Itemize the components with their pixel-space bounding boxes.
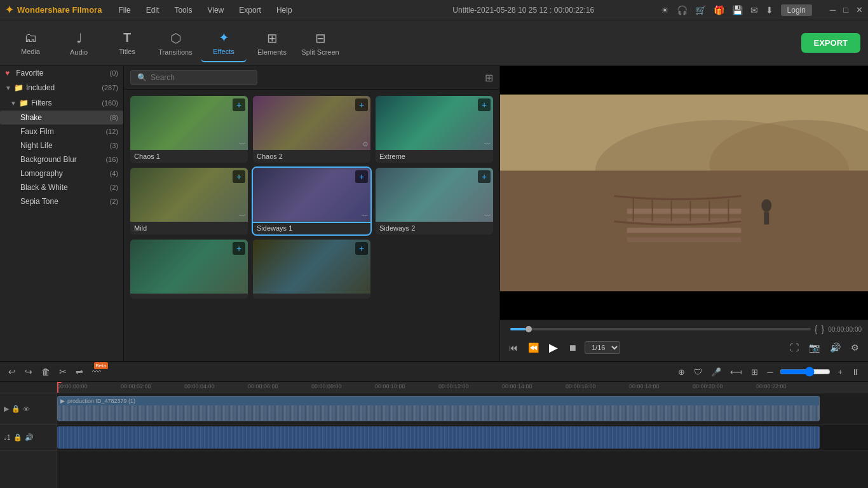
headphones-icon[interactable]: 🎧 — [677, 5, 688, 15]
progress-bar[interactable] — [510, 328, 811, 330]
minimize-button[interactable]: ─ — [830, 5, 836, 15]
effect-chaos2[interactable]: + ⊙ Chaos 2 — [253, 96, 370, 163]
video-lock-icon[interactable]: 🔒 — [11, 405, 20, 413]
favorite-row[interactable]: ♥ Favorite (0) — [0, 66, 123, 80]
voice-button[interactable]: 🎤 — [709, 365, 723, 379]
delete-button[interactable]: 🗑 — [39, 365, 52, 379]
favorite-count: (0) — [110, 69, 118, 77]
search-box[interactable]: 🔍 — [130, 70, 257, 85]
download-icon[interactable]: ⬇ — [766, 5, 773, 15]
right-preview: { } 00:00:00:00 ⏮ ⏪ ▶ ⏹ 1/16 ⛶ 📷 🔊 ⚙ — [499, 66, 868, 361]
sun-icon[interactable]: ☀ — [661, 5, 669, 15]
elements-icon: ⊞ — [267, 30, 278, 46]
mail-icon[interactable]: ✉ — [750, 5, 758, 15]
tab-elements[interactable]: ⊞ Elements — [249, 24, 295, 62]
preview-progress-bar: { } 00:00:00:00 — [506, 324, 862, 334]
redo-button[interactable]: ↪ — [23, 365, 34, 379]
tab-transitions[interactable]: ⬡ Transitions — [153, 24, 198, 62]
effect-item7[interactable]: + — [130, 240, 248, 299]
zoom-slider[interactable] — [780, 367, 831, 377]
cart-icon[interactable]: 🛒 — [695, 5, 706, 15]
gift-icon[interactable]: 🎁 — [714, 5, 724, 15]
tab-titles[interactable]: T Titles — [104, 24, 150, 62]
fullscreen-button[interactable]: ⛶ — [787, 340, 801, 355]
menu-tools[interactable]: Tools — [168, 4, 198, 16]
login-button[interactable]: Login — [781, 4, 812, 16]
mask-button[interactable]: 🛡 — [692, 365, 704, 379]
beta-feature-button[interactable]: 〰 Beta — [90, 365, 103, 379]
add-mild-button[interactable]: + — [233, 170, 245, 183]
menu-edit[interactable]: Edit — [140, 4, 166, 16]
filter-shake[interactable]: Shake (8) — [0, 111, 123, 125]
effect-chaos1[interactable]: + 〰 Chaos 1 — [130, 96, 248, 163]
tab-effects[interactable]: ✦ Effects — [201, 24, 247, 62]
svg-rect-16 — [500, 95, 868, 291]
screenshot-button[interactable]: 📷 — [806, 340, 822, 355]
audio-volume-icon[interactable]: 🔊 — [25, 433, 34, 442]
effect-mild-name: Mild — [130, 222, 248, 234]
filters-header[interactable]: ▼ 📁 Filters (160) — [0, 95, 123, 111]
search-input[interactable] — [151, 73, 250, 82]
menu-help[interactable]: Help — [270, 4, 299, 16]
ruler-mark-0: 00:00:00:00 — [57, 383, 88, 390]
timeline-body: ▶ 🔒 👁 ♩1 🔒 🔊 00:00:00:00 00:00:02:00 — [0, 382, 868, 488]
add-item8-button[interactable]: + — [355, 242, 368, 255]
play-button[interactable]: ▶ — [546, 338, 560, 357]
filter-lomography-label: Lomography — [20, 169, 110, 178]
tab-audio[interactable]: ♩ Audio — [56, 24, 102, 62]
tab-media[interactable]: 🗂 Media — [8, 24, 53, 62]
grid-toggle-button[interactable]: ⊞ — [485, 72, 493, 84]
zoom-in-button[interactable]: + — [836, 365, 844, 379]
filter-black-white[interactable]: Black & White (2) — [0, 180, 123, 194]
filter-faux-film[interactable]: Faux Film (12) — [0, 125, 123, 139]
audio-lock-icon[interactable]: 🔒 — [13, 433, 22, 442]
zoom-out-button[interactable]: ─ — [765, 365, 775, 379]
volume-button[interactable]: 🔊 — [827, 340, 843, 355]
export-button[interactable]: EXPORT — [801, 33, 860, 53]
tab-split-screen[interactable]: ⊟ Split Screen — [297, 24, 343, 62]
add-item7-button[interactable]: + — [233, 242, 245, 255]
motion-track-button[interactable]: ⊕ — [676, 365, 687, 379]
picture-in-picture[interactable]: ⊞ — [749, 365, 760, 379]
save-icon[interactable]: 💾 — [732, 5, 743, 15]
add-chaos2-button[interactable]: + — [355, 98, 368, 111]
effect-mild[interactable]: + 〰 Mild — [130, 168, 248, 234]
effect-sideways1[interactable]: + 〰 Sideways 1 — [253, 168, 370, 234]
effect-item8[interactable]: + — [253, 240, 370, 299]
add-sideways1-button[interactable]: + — [355, 170, 368, 183]
add-extreme-button[interactable]: + — [478, 98, 491, 111]
folder-icon: 📁 — [14, 83, 24, 92]
video-clip[interactable]: ▶ production ID_4782379 (1) — [57, 396, 820, 421]
audio-clip[interactable] — [57, 426, 820, 449]
effect-sideways2-name: Sideways 2 — [376, 222, 493, 234]
tab-titles-label: Titles — [119, 48, 135, 55]
stop-button[interactable]: ⏹ — [566, 340, 580, 355]
included-header[interactable]: ▼ 📁 Included (287) — [0, 80, 123, 95]
menu-file[interactable]: File — [112, 4, 137, 16]
effect-sideways2[interactable]: + 〰 Sideways 2 — [376, 168, 493, 234]
tab-elements-label: Elements — [257, 48, 287, 56]
pause-button[interactable]: ⏸ — [850, 365, 862, 379]
add-chaos1-button[interactable]: + — [233, 98, 245, 111]
add-sideways2-button[interactable]: + — [478, 170, 491, 183]
cut-button[interactable]: ✂ — [57, 365, 69, 379]
audio-adjust-button[interactable]: ⇌ — [74, 365, 85, 379]
filter-night-life[interactable]: Night Life (3) — [0, 139, 123, 152]
page-selector[interactable]: 1/16 — [585, 341, 620, 354]
step-backward-button[interactable]: ⏮ — [506, 340, 520, 355]
preview-controls: { } 00:00:00:00 ⏮ ⏪ ▶ ⏹ 1/16 ⛶ 📷 🔊 ⚙ — [500, 320, 868, 361]
undo-button[interactable]: ↩ — [6, 365, 18, 379]
close-button[interactable]: ✕ — [856, 5, 863, 15]
menu-export[interactable]: Export — [233, 4, 268, 16]
ai-button[interactable]: ⟻ — [728, 365, 744, 379]
frame-backward-button[interactable]: ⏪ — [526, 340, 541, 355]
video-eye-icon[interactable]: 👁 — [23, 405, 30, 413]
settings-button[interactable]: ⚙ — [848, 340, 862, 355]
filter-lomography[interactable]: Lomography (4) — [0, 166, 123, 180]
menu-view[interactable]: View — [201, 4, 230, 16]
video-play-icon[interactable]: ▶ — [4, 405, 9, 413]
filter-sepia-tone[interactable]: Sepia Tone (2) — [0, 194, 123, 208]
effect-extreme[interactable]: + 〰 Extreme — [376, 96, 493, 163]
maximize-button[interactable]: □ — [843, 5, 848, 15]
filter-background-blur[interactable]: Background Blur (16) — [0, 152, 123, 166]
